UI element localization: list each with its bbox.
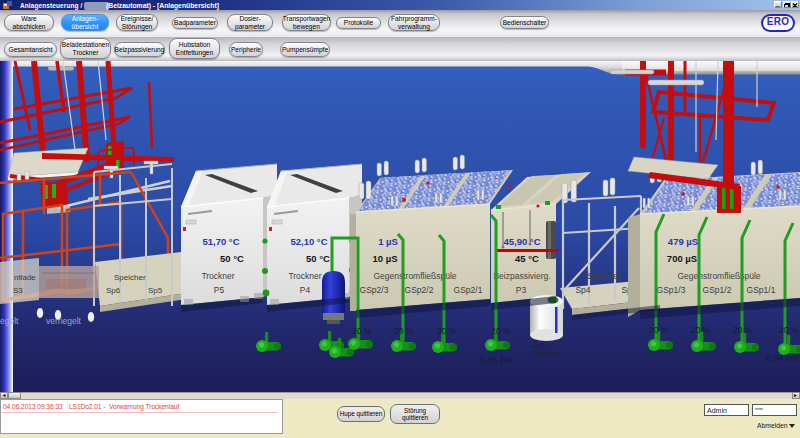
svg-text:0,06 bar: 0,06 bar	[480, 355, 513, 365]
svg-text:GSp2/2: GSp2/2	[405, 285, 434, 295]
svg-text:45,90 °C: 45,90 °C	[503, 236, 540, 247]
svg-text:Beizpassivierg.: Beizpassivierg.	[493, 271, 550, 281]
svg-text:GSp1/1: GSp1/1	[747, 285, 776, 295]
svg-text:20 %: 20 %	[779, 325, 799, 335]
svg-text:ntlade: ntlade	[14, 273, 36, 282]
svg-text:20 %: 20 %	[691, 325, 711, 335]
svg-text:Sp5: Sp5	[148, 286, 163, 295]
svg-text:Speicher: Speicher	[587, 271, 621, 281]
svg-text:20 %: 20 %	[649, 325, 669, 335]
svg-text:GSp2/1: GSp2/1	[454, 285, 483, 295]
svg-text:51,70 °C: 51,70 °C	[202, 236, 239, 247]
svg-text:Sp6: Sp6	[106, 286, 121, 295]
svg-text:P3: P3	[516, 285, 527, 295]
svg-text:Trockner: Trockner	[201, 271, 234, 281]
svg-text:45 °C: 45 °C	[515, 253, 539, 264]
svg-text:Beizkonz.: Beizkonz.	[531, 349, 564, 358]
svg-text:S3: S3	[13, 286, 23, 295]
svg-text:P4: P4	[300, 285, 311, 295]
svg-text:10 µS: 10 µS	[372, 253, 397, 264]
svg-text:20 %: 20 %	[437, 326, 457, 336]
svg-text:Speicher: Speicher	[114, 273, 146, 282]
svg-text:egelt: egelt	[0, 316, 19, 326]
svg-text:20 %: 20 %	[394, 326, 414, 336]
svg-text:GSp1/3: GSp1/3	[657, 285, 686, 295]
svg-text:20 %: 20 %	[352, 326, 372, 336]
svg-text:Gegenstromfließspüle: Gegenstromfließspüle	[677, 271, 760, 281]
svg-text:20 %: 20 %	[733, 325, 753, 335]
svg-text:479 µS: 479 µS	[668, 236, 698, 247]
svg-text:52,10 °C: 52,10 °C	[290, 236, 327, 247]
svg-text:P5: P5	[214, 285, 225, 295]
svg-text:1 µS: 1 µS	[378, 236, 398, 247]
svg-text:GSp1/2: GSp1/2	[703, 285, 732, 295]
svg-text:50 °C: 50 °C	[220, 253, 244, 264]
svg-text:20 %: 20 %	[491, 326, 511, 336]
svg-text:Trockner: Trockner	[288, 271, 321, 281]
svg-text:Sp4: Sp4	[575, 285, 590, 295]
svg-text:0,04 bar: 0,04 bar	[766, 353, 799, 363]
svg-text:700 µS: 700 µS	[667, 253, 697, 264]
svg-text:verriegelt: verriegelt	[46, 316, 82, 326]
svg-text:GSp2/3: GSp2/3	[360, 285, 389, 295]
svg-text:50 °C: 50 °C	[306, 253, 330, 264]
